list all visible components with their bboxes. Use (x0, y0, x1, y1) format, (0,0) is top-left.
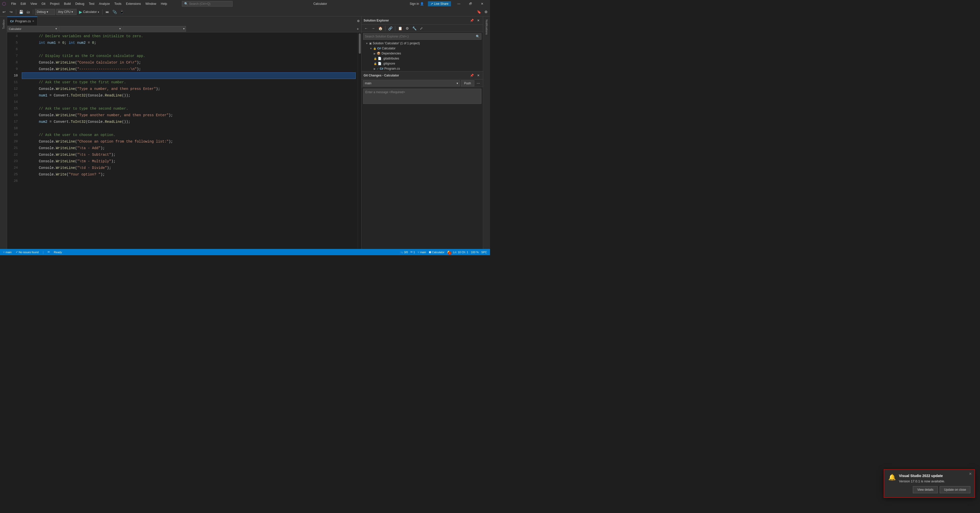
code-line-20: Console.WriteLine("Choose an option from… (22, 138, 356, 145)
tree-item-programcs[interactable]: ▶ ✓ C# Program.cs (361, 66, 483, 71)
code-content[interactable]: // Declare variables and then initialize… (20, 32, 358, 249)
scrollbar-thumb[interactable] (359, 33, 361, 54)
tab-settings-button[interactable]: ⚙ (355, 16, 361, 25)
checkmark-icon: ✓ (16, 251, 18, 254)
menu-window[interactable]: Window (143, 1, 158, 6)
se-search-input[interactable] (365, 35, 475, 38)
git-branch-icon: ⑂ (3, 251, 5, 254)
se-settings-button[interactable]: 🔧 (411, 25, 417, 32)
tree-item-calculator[interactable]: ▼ 🔒 C# Calculator (361, 46, 483, 51)
editor-scrollbar[interactable] (358, 32, 361, 249)
se-back-button[interactable]: ← (363, 25, 369, 32)
search-input[interactable] (189, 2, 227, 6)
menu-analyze[interactable]: Analyze (97, 1, 112, 6)
scope-dropdown[interactable]: Calculator ▾ (8, 26, 58, 32)
close-button[interactable]: ✕ (476, 0, 488, 8)
se-search-box[interactable]: 🔍 (363, 33, 481, 40)
chevron-down-icon: ▾ (119, 27, 121, 30)
status-branch-name[interactable]: ⑂ main (417, 251, 427, 254)
class-dropdown[interactable]: ▾ (59, 26, 122, 32)
menu-test[interactable]: Test (87, 1, 97, 6)
toolbar: ↩ ↪ 💾 🗂 Debug ▾ Any CPU ▾ ▶ Calculator ▾… (0, 8, 490, 16)
attach-button[interactable]: 📎 (111, 9, 118, 15)
run-button[interactable]: ▶ Calculator ▾ (78, 9, 100, 15)
se-forward-button[interactable]: → (370, 25, 376, 32)
menu-build[interactable]: Build (62, 1, 73, 6)
live-share-button[interactable]: ↗ Live Share (428, 1, 451, 6)
se-properties-button[interactable]: ⚙ (404, 25, 410, 32)
member-dropdown[interactable]: ▾ (123, 26, 186, 32)
status-solution-name[interactable]: ▣ Calculator (428, 251, 445, 254)
lock-icon: 🔒 (373, 47, 376, 50)
platform-dropdown[interactable]: Any CPU ▾ (56, 9, 76, 15)
tree-item-dependencies[interactable]: ▶ 📦 Dependencies (361, 51, 483, 56)
tree-item-solution[interactable]: ▼ ▣ Solution 'Calculator' (1 of 1 projec… (361, 41, 483, 46)
tree-label-programcs: Program.cs (384, 67, 400, 70)
code-line-16: Console.WriteLine("Type another number, … (22, 112, 356, 119)
code-line-6 (22, 46, 356, 52)
commit-message-input[interactable]: Enter a message <Required> (363, 89, 481, 104)
menu-git[interactable]: Git (40, 1, 48, 6)
search-icon: 🔍 (184, 2, 188, 6)
chevron-down-icon: ▾ (457, 81, 458, 85)
status-no-issues[interactable]: ✓ No issues found (15, 249, 40, 255)
status-git-branch[interactable]: ⑂ main (2, 249, 13, 255)
line-num-15: 15 (7, 105, 18, 112)
minimize-button[interactable]: — (453, 0, 465, 8)
tree-item-gitignore[interactable]: 🔒 📄 .gitignore (361, 61, 483, 66)
menu-debug[interactable]: Debug (73, 1, 86, 6)
menu-project[interactable]: Project (48, 1, 61, 6)
tree-item-gitattributes[interactable]: 🔒 📄 .gitattributes (361, 56, 483, 61)
status-notifications[interactable]: 🔔 1 (446, 251, 452, 254)
settings-button[interactable]: ⚙ (483, 9, 489, 15)
menu-extensions[interactable]: Extensions (124, 1, 143, 6)
bookmark-button[interactable]: 🔖 (476, 9, 482, 15)
tab-close-icon[interactable]: ✕ (32, 20, 34, 22)
menu-view[interactable]: View (29, 1, 39, 6)
save-button[interactable]: 💾 (18, 9, 24, 15)
push-button[interactable]: Push (461, 80, 474, 86)
menu-file[interactable]: File (9, 1, 18, 6)
pin-button[interactable]: 📌 (469, 18, 474, 23)
undo-button[interactable]: ↩ (1, 9, 7, 15)
code-line-12: Console.WriteLine("Type a number, and th… (22, 86, 356, 92)
se-home-button[interactable]: 🏠 (377, 25, 383, 32)
redo-button[interactable]: ↪ (8, 9, 14, 15)
menu-tools[interactable]: Tools (112, 1, 123, 6)
status-git-changes[interactable]: ↑↓ 3/0 (399, 251, 409, 254)
git-pin-button[interactable]: 📌 (469, 73, 474, 78)
menu-edit[interactable]: Edit (19, 1, 28, 6)
right-panel: Solution Explorer 📌 ✕ ← → 🏠 🔗 📋 ⚙ 🔧 ⤢ 🔍 (361, 16, 483, 249)
more-options-button[interactable]: ··· (475, 80, 481, 86)
git-close-button[interactable]: ✕ (476, 73, 481, 78)
title-bar: ⬡ File Edit View Git Project Build Debug… (0, 0, 490, 8)
menu-help[interactable]: Help (159, 1, 169, 6)
branch-dropdown[interactable]: main ▾ (363, 80, 460, 86)
debug-config-dropdown[interactable]: Debug ▾ (35, 9, 55, 15)
status-line-col[interactable]: Ln: 10 Ch: 1 (452, 251, 469, 254)
add-member-button[interactable]: + (355, 26, 361, 32)
restore-button[interactable]: 🗗 (465, 0, 476, 8)
tab-program-cs[interactable]: C# Program.cs ✕ (7, 16, 38, 25)
code-editor[interactable]: 4 5 6 7 8 9 10 11 12 13 14 15 16 17 18 1… (7, 32, 361, 249)
se-copy-button[interactable]: 📋 (397, 25, 403, 32)
sign-in-button[interactable]: Sign in 👤 (408, 1, 426, 6)
status-zoom[interactable]: 100 % (470, 251, 480, 254)
code-line-10 (22, 72, 356, 79)
status-pencil[interactable]: ✏ (47, 249, 51, 255)
code-line-15: // Ask the user to type the second numbe… (22, 105, 356, 112)
status-encoding[interactable]: SPC (480, 251, 488, 254)
save-all-button[interactable]: 🗂 (25, 9, 31, 15)
se-expand-button[interactable]: ⤢ (418, 25, 425, 32)
close-panel-button[interactable]: ✕ (476, 18, 481, 23)
se-filter-button[interactable]: 🔗 (387, 25, 393, 32)
line-num-13: 13 (7, 92, 18, 99)
chevron-down-icon: ▾ (98, 11, 99, 13)
step-over-button[interactable]: ⏭ (104, 9, 110, 15)
search-box[interactable]: 🔍 (182, 1, 232, 6)
folder-icon: 📦 (377, 52, 380, 55)
line-num-26: 26 (7, 178, 18, 184)
status-edit-count[interactable]: ✏ 1 (409, 251, 416, 254)
tree-label-calculator: Calculator (382, 47, 396, 50)
device-button[interactable]: 📱 (119, 9, 125, 15)
